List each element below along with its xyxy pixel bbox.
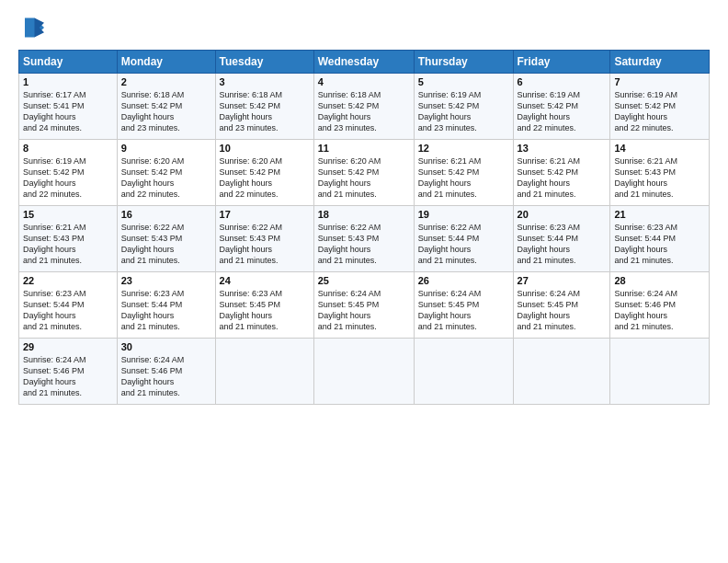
day-info: Sunrise: 6:18 AMSunset: 5:42 PMDaylight … [220, 90, 283, 132]
calendar-week-row: 1 Sunrise: 6:17 AMSunset: 5:41 PMDayligh… [19, 74, 710, 140]
calendar-cell: 16 Sunrise: 6:22 AMSunset: 5:43 PMDaylig… [117, 206, 215, 272]
day-info: Sunrise: 6:23 AMSunset: 5:44 PMDaylight … [614, 223, 677, 265]
day-number: 7 [614, 76, 705, 87]
day-number: 28 [614, 275, 705, 286]
calendar-cell: 24 Sunrise: 6:23 AMSunset: 5:45 PMDaylig… [215, 272, 313, 339]
day-number: 9 [121, 143, 211, 154]
calendar-cell: 15 Sunrise: 6:21 AMSunset: 5:43 PMDaylig… [19, 206, 118, 272]
calendar-cell [313, 339, 414, 405]
calendar-week-row: 29 Sunrise: 6:24 AMSunset: 5:46 PMDaylig… [19, 339, 710, 405]
day-info: Sunrise: 6:23 AMSunset: 5:44 PMDaylight … [23, 289, 86, 331]
day-info: Sunrise: 6:21 AMSunset: 5:42 PMDaylight … [418, 156, 482, 199]
day-number: 29 [23, 341, 113, 352]
day-info: Sunrise: 6:23 AMSunset: 5:44 PMDaylight … [518, 223, 581, 265]
calendar-cell: 20 Sunrise: 6:23 AMSunset: 5:44 PMDaylig… [513, 206, 610, 272]
day-info: Sunrise: 6:20 AMSunset: 5:42 PMDaylight … [121, 156, 185, 199]
day-info: Sunrise: 6:20 AMSunset: 5:42 PMDaylight … [220, 156, 283, 199]
calendar-cell: 12 Sunrise: 6:21 AMSunset: 5:42 PMDaylig… [414, 140, 513, 206]
day-info: Sunrise: 6:21 AMSunset: 5:43 PMDaylight … [614, 156, 677, 199]
calendar-cell: 21 Sunrise: 6:23 AMSunset: 5:44 PMDaylig… [610, 206, 710, 272]
day-number: 2 [121, 76, 211, 87]
day-number: 15 [23, 209, 113, 220]
calendar-table: SundayMondayTuesdayWednesdayThursdayFrid… [18, 50, 710, 405]
day-info: Sunrise: 6:18 AMSunset: 5:42 PMDaylight … [318, 90, 381, 132]
day-number: 19 [418, 209, 509, 220]
day-info: Sunrise: 6:24 AMSunset: 5:46 PMDaylight … [121, 355, 185, 397]
day-info: Sunrise: 6:23 AMSunset: 5:45 PMDaylight … [220, 289, 283, 331]
day-info: Sunrise: 6:20 AMSunset: 5:42 PMDaylight … [318, 156, 381, 199]
day-number: 4 [318, 76, 410, 87]
calendar-cell: 14 Sunrise: 6:21 AMSunset: 5:43 PMDaylig… [610, 140, 710, 206]
day-number: 3 [220, 76, 310, 87]
day-number: 8 [23, 143, 113, 154]
day-number: 1 [23, 76, 113, 87]
logo [18, 15, 48, 40]
calendar-cell: 26 Sunrise: 6:24 AMSunset: 5:45 PMDaylig… [414, 272, 513, 339]
calendar-cell: 29 Sunrise: 6:24 AMSunset: 5:46 PMDaylig… [19, 339, 118, 405]
calendar-cell: 27 Sunrise: 6:24 AMSunset: 5:45 PMDaylig… [513, 272, 610, 339]
logo-icon [18, 15, 44, 40]
calendar-cell: 1 Sunrise: 6:17 AMSunset: 5:41 PMDayligh… [19, 74, 118, 140]
calendar-cell: 5 Sunrise: 6:19 AMSunset: 5:42 PMDayligh… [414, 74, 513, 140]
calendar-week-row: 8 Sunrise: 6:19 AMSunset: 5:42 PMDayligh… [19, 140, 710, 206]
day-info: Sunrise: 6:19 AMSunset: 5:42 PMDaylight … [614, 90, 677, 132]
calendar-cell: 17 Sunrise: 6:22 AMSunset: 5:43 PMDaylig… [215, 206, 313, 272]
calendar-cell: 11 Sunrise: 6:20 AMSunset: 5:42 PMDaylig… [313, 140, 414, 206]
day-info: Sunrise: 6:23 AMSunset: 5:44 PMDaylight … [121, 289, 185, 331]
calendar-cell: 2 Sunrise: 6:18 AMSunset: 5:42 PMDayligh… [117, 74, 215, 140]
day-number: 26 [418, 275, 509, 286]
calendar-cell: 7 Sunrise: 6:19 AMSunset: 5:42 PMDayligh… [610, 74, 710, 140]
calendar-cell: 25 Sunrise: 6:24 AMSunset: 5:45 PMDaylig… [313, 272, 414, 339]
day-info: Sunrise: 6:22 AMSunset: 5:44 PMDaylight … [418, 223, 482, 265]
day-number: 20 [518, 209, 607, 220]
day-number: 23 [121, 275, 211, 286]
weekday-header-saturday: Saturday [610, 51, 710, 74]
calendar-cell: 10 Sunrise: 6:20 AMSunset: 5:42 PMDaylig… [215, 140, 313, 206]
calendar-cell: 23 Sunrise: 6:23 AMSunset: 5:44 PMDaylig… [117, 272, 215, 339]
calendar-cell: 28 Sunrise: 6:24 AMSunset: 5:46 PMDaylig… [610, 272, 710, 339]
calendar-cell: 6 Sunrise: 6:19 AMSunset: 5:42 PMDayligh… [513, 74, 610, 140]
calendar-cell: 19 Sunrise: 6:22 AMSunset: 5:44 PMDaylig… [414, 206, 513, 272]
calendar-week-row: 22 Sunrise: 6:23 AMSunset: 5:44 PMDaylig… [19, 272, 710, 339]
calendar-cell: 3 Sunrise: 6:18 AMSunset: 5:42 PMDayligh… [215, 74, 313, 140]
day-number: 30 [121, 341, 211, 352]
calendar-cell: 18 Sunrise: 6:22 AMSunset: 5:43 PMDaylig… [313, 206, 414, 272]
weekday-header-thursday: Thursday [414, 51, 513, 74]
day-info: Sunrise: 6:19 AMSunset: 5:42 PMDaylight … [23, 156, 86, 199]
weekday-header-monday: Monday [117, 51, 215, 74]
day-info: Sunrise: 6:24 AMSunset: 5:45 PMDaylight … [418, 289, 482, 331]
calendar-cell: 22 Sunrise: 6:23 AMSunset: 5:44 PMDaylig… [19, 272, 118, 339]
day-info: Sunrise: 6:19 AMSunset: 5:42 PMDaylight … [418, 90, 482, 132]
day-number: 25 [318, 275, 410, 286]
day-number: 18 [318, 209, 410, 220]
day-info: Sunrise: 6:19 AMSunset: 5:42 PMDaylight … [518, 90, 581, 132]
weekday-header-tuesday: Tuesday [215, 51, 313, 74]
calendar-cell: 9 Sunrise: 6:20 AMSunset: 5:42 PMDayligh… [117, 140, 215, 206]
weekday-header-wednesday: Wednesday [313, 51, 414, 74]
weekday-header-friday: Friday [513, 51, 610, 74]
day-number: 22 [23, 275, 113, 286]
calendar-cell: 4 Sunrise: 6:18 AMSunset: 5:42 PMDayligh… [313, 74, 414, 140]
day-info: Sunrise: 6:22 AMSunset: 5:43 PMDaylight … [220, 223, 283, 265]
day-number: 21 [614, 209, 705, 220]
header [18, 15, 710, 40]
calendar-cell [414, 339, 513, 405]
day-info: Sunrise: 6:22 AMSunset: 5:43 PMDaylight … [121, 223, 185, 265]
day-info: Sunrise: 6:24 AMSunset: 5:45 PMDaylight … [318, 289, 381, 331]
day-info: Sunrise: 6:22 AMSunset: 5:43 PMDaylight … [318, 223, 381, 265]
day-number: 17 [220, 209, 310, 220]
weekday-header-sunday: Sunday [19, 51, 118, 74]
day-number: 16 [121, 209, 211, 220]
day-number: 5 [418, 76, 509, 87]
day-number: 13 [518, 143, 607, 154]
day-number: 10 [220, 143, 310, 154]
day-number: 6 [518, 76, 607, 87]
day-info: Sunrise: 6:24 AMSunset: 5:45 PMDaylight … [518, 289, 581, 331]
calendar-week-row: 15 Sunrise: 6:21 AMSunset: 5:43 PMDaylig… [19, 206, 710, 272]
day-info: Sunrise: 6:24 AMSunset: 5:46 PMDaylight … [23, 355, 86, 397]
weekday-header-row: SundayMondayTuesdayWednesdayThursdayFrid… [19, 51, 710, 74]
calendar-cell: 30 Sunrise: 6:24 AMSunset: 5:46 PMDaylig… [117, 339, 215, 405]
calendar-cell [610, 339, 710, 405]
day-number: 14 [614, 143, 705, 154]
day-number: 12 [418, 143, 509, 154]
